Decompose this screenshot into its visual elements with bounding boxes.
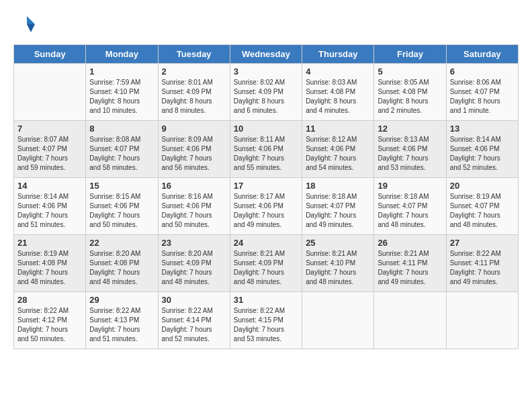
calendar-cell: 23Sunrise: 8:20 AM Sunset: 4:09 PM Dayli…: [158, 235, 230, 292]
day-number: 28: [17, 295, 82, 305]
logo: [13, 13, 38, 38]
day-number: 24: [234, 238, 298, 248]
calendar-cell: 15Sunrise: 8:15 AM Sunset: 4:06 PM Dayli…: [86, 178, 158, 235]
calendar-cell: 1Sunrise: 7:59 AM Sunset: 4:10 PM Daylig…: [86, 64, 158, 121]
day-content: Sunrise: 8:21 AM Sunset: 4:09 PM Dayligh…: [234, 249, 298, 287]
calendar-week-row: 14Sunrise: 8:14 AM Sunset: 4:06 PM Dayli…: [14, 178, 519, 235]
calendar-cell: 4Sunrise: 8:03 AM Sunset: 4:08 PM Daylig…: [302, 64, 374, 121]
day-content: Sunrise: 8:15 AM Sunset: 4:06 PM Dayligh…: [89, 192, 154, 230]
day-number: 7: [17, 124, 82, 134]
day-content: Sunrise: 8:19 AM Sunset: 4:08 PM Dayligh…: [17, 249, 82, 287]
day-content: Sunrise: 8:21 AM Sunset: 4:10 PM Dayligh…: [306, 249, 370, 287]
day-number: 30: [162, 295, 226, 305]
day-content: Sunrise: 8:05 AM Sunset: 4:08 PM Dayligh…: [378, 78, 442, 116]
col-header-wednesday: Wednesday: [230, 45, 302, 64]
day-content: Sunrise: 8:17 AM Sunset: 4:06 PM Dayligh…: [234, 192, 298, 230]
calendar-cell: 18Sunrise: 8:18 AM Sunset: 4:07 PM Dayli…: [302, 178, 374, 235]
calendar-cell: 21Sunrise: 8:19 AM Sunset: 4:08 PM Dayli…: [14, 235, 86, 292]
day-number: 26: [378, 238, 442, 248]
calendar-cell: 30Sunrise: 8:22 AM Sunset: 4:14 PM Dayli…: [158, 292, 230, 349]
day-number: 13: [450, 124, 515, 134]
day-content: Sunrise: 8:22 AM Sunset: 4:15 PM Dayligh…: [234, 306, 298, 344]
calendar-cell: 19Sunrise: 8:18 AM Sunset: 4:07 PM Dayli…: [374, 178, 446, 235]
day-number: 14: [17, 181, 82, 191]
header-area: [13, 13, 519, 38]
calendar-week-row: 28Sunrise: 8:22 AM Sunset: 4:12 PM Dayli…: [14, 292, 519, 349]
day-content: Sunrise: 8:18 AM Sunset: 4:07 PM Dayligh…: [306, 192, 370, 230]
calendar-cell: 24Sunrise: 8:21 AM Sunset: 4:09 PM Dayli…: [230, 235, 302, 292]
day-content: Sunrise: 8:06 AM Sunset: 4:07 PM Dayligh…: [450, 78, 515, 116]
col-header-monday: Monday: [86, 45, 158, 64]
calendar-header-row: SundayMondayTuesdayWednesdayThursdayFrid…: [14, 45, 519, 64]
day-number: 1: [89, 66, 154, 77]
day-number: 5: [378, 66, 442, 77]
col-header-thursday: Thursday: [302, 45, 374, 64]
calendar-cell: 5Sunrise: 8:05 AM Sunset: 4:08 PM Daylig…: [374, 64, 446, 121]
calendar-cell: 29Sunrise: 8:22 AM Sunset: 4:13 PM Dayli…: [86, 292, 158, 349]
day-number: 29: [89, 295, 154, 305]
day-content: Sunrise: 8:21 AM Sunset: 4:11 PM Dayligh…: [378, 249, 442, 287]
day-content: Sunrise: 8:14 AM Sunset: 4:06 PM Dayligh…: [450, 135, 515, 173]
calendar-cell: 3Sunrise: 8:02 AM Sunset: 4:09 PM Daylig…: [230, 64, 302, 121]
logo-icon: [13, 13, 35, 38]
day-content: Sunrise: 8:09 AM Sunset: 4:06 PM Dayligh…: [162, 135, 226, 173]
calendar-cell: 11Sunrise: 8:12 AM Sunset: 4:06 PM Dayli…: [302, 121, 374, 178]
day-number: 27: [450, 238, 515, 248]
calendar-cell: 7Sunrise: 8:07 AM Sunset: 4:07 PM Daylig…: [14, 121, 86, 178]
day-content: Sunrise: 8:20 AM Sunset: 4:09 PM Dayligh…: [162, 249, 226, 287]
day-number: 31: [234, 295, 298, 305]
day-content: Sunrise: 8:08 AM Sunset: 4:07 PM Dayligh…: [89, 135, 154, 173]
day-content: Sunrise: 8:07 AM Sunset: 4:07 PM Dayligh…: [17, 135, 82, 173]
calendar-cell: 9Sunrise: 8:09 AM Sunset: 4:06 PM Daylig…: [158, 121, 230, 178]
svg-marker-1: [27, 24, 35, 32]
day-content: Sunrise: 8:03 AM Sunset: 4:08 PM Dayligh…: [306, 78, 370, 116]
calendar-cell: 25Sunrise: 8:21 AM Sunset: 4:10 PM Dayli…: [302, 235, 374, 292]
calendar-cell: 14Sunrise: 8:14 AM Sunset: 4:06 PM Dayli…: [14, 178, 86, 235]
day-number: 19: [378, 181, 442, 191]
col-header-friday: Friday: [374, 45, 446, 64]
calendar-cell: 26Sunrise: 8:21 AM Sunset: 4:11 PM Dayli…: [374, 235, 446, 292]
calendar-cell: 8Sunrise: 8:08 AM Sunset: 4:07 PM Daylig…: [86, 121, 158, 178]
calendar-cell: 22Sunrise: 8:20 AM Sunset: 4:08 PM Dayli…: [86, 235, 158, 292]
day-number: 23: [162, 238, 226, 248]
day-number: 3: [234, 66, 298, 77]
calendar-body: 1Sunrise: 7:59 AM Sunset: 4:10 PM Daylig…: [14, 64, 519, 349]
day-content: Sunrise: 8:02 AM Sunset: 4:09 PM Dayligh…: [234, 78, 298, 116]
day-content: Sunrise: 8:16 AM Sunset: 4:06 PM Dayligh…: [162, 192, 226, 230]
day-number: 25: [306, 238, 370, 248]
day-content: Sunrise: 8:20 AM Sunset: 4:08 PM Dayligh…: [89, 249, 154, 287]
day-content: Sunrise: 7:59 AM Sunset: 4:10 PM Dayligh…: [89, 78, 154, 116]
day-number: 16: [162, 181, 226, 191]
day-number: 15: [89, 181, 154, 191]
calendar-cell: 20Sunrise: 8:19 AM Sunset: 4:07 PM Dayli…: [446, 178, 518, 235]
day-number: 6: [450, 66, 515, 77]
calendar-cell: 6Sunrise: 8:06 AM Sunset: 4:07 PM Daylig…: [446, 64, 518, 121]
day-content: Sunrise: 8:22 AM Sunset: 4:14 PM Dayligh…: [162, 306, 226, 344]
day-number: 8: [89, 124, 154, 134]
calendar-cell: [302, 292, 374, 349]
calendar-week-row: 7Sunrise: 8:07 AM Sunset: 4:07 PM Daylig…: [14, 121, 519, 178]
day-number: 20: [450, 181, 515, 191]
day-content: Sunrise: 8:19 AM Sunset: 4:07 PM Dayligh…: [450, 192, 515, 230]
day-content: Sunrise: 8:22 AM Sunset: 4:11 PM Dayligh…: [450, 249, 515, 287]
calendar-cell: 16Sunrise: 8:16 AM Sunset: 4:06 PM Dayli…: [158, 178, 230, 235]
calendar-week-row: 1Sunrise: 7:59 AM Sunset: 4:10 PM Daylig…: [14, 64, 519, 121]
day-content: Sunrise: 8:14 AM Sunset: 4:06 PM Dayligh…: [17, 192, 82, 230]
calendar-cell: [446, 292, 518, 349]
calendar-cell: 28Sunrise: 8:22 AM Sunset: 4:12 PM Dayli…: [14, 292, 86, 349]
day-content: Sunrise: 8:11 AM Sunset: 4:06 PM Dayligh…: [234, 135, 298, 173]
calendar-cell: 17Sunrise: 8:17 AM Sunset: 4:06 PM Dayli…: [230, 178, 302, 235]
day-content: Sunrise: 8:18 AM Sunset: 4:07 PM Dayligh…: [378, 192, 442, 230]
col-header-tuesday: Tuesday: [158, 45, 230, 64]
day-number: 11: [306, 124, 370, 134]
day-content: Sunrise: 8:13 AM Sunset: 4:06 PM Dayligh…: [378, 135, 442, 173]
calendar-cell: 27Sunrise: 8:22 AM Sunset: 4:11 PM Dayli…: [446, 235, 518, 292]
day-number: 22: [89, 238, 154, 248]
calendar-cell: [374, 292, 446, 349]
col-header-sunday: Sunday: [14, 45, 86, 64]
svg-marker-0: [27, 16, 35, 24]
calendar-week-row: 21Sunrise: 8:19 AM Sunset: 4:08 PM Dayli…: [14, 235, 519, 292]
day-content: Sunrise: 8:12 AM Sunset: 4:06 PM Dayligh…: [306, 135, 370, 173]
calendar-cell: 10Sunrise: 8:11 AM Sunset: 4:06 PM Dayli…: [230, 121, 302, 178]
calendar-cell: [14, 64, 86, 121]
